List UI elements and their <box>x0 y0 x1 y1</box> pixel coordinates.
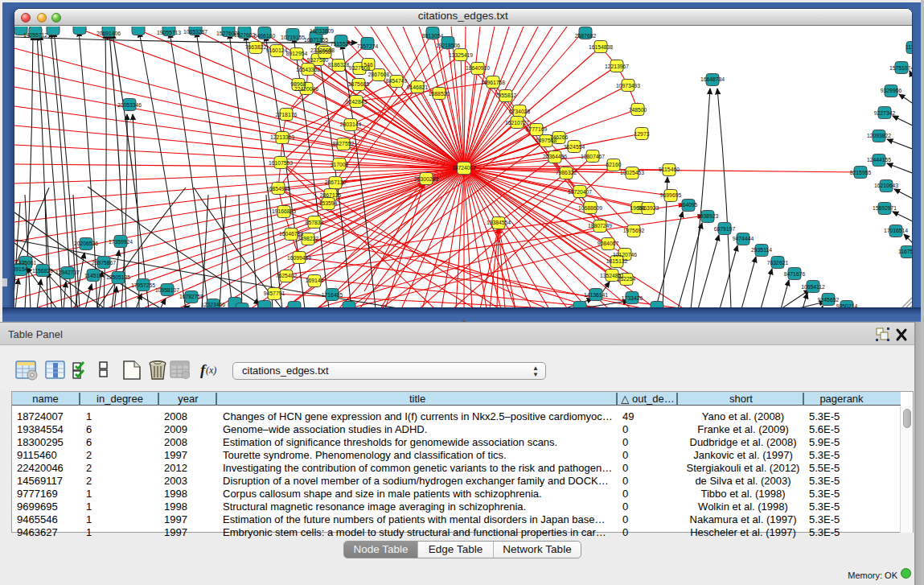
svg-text:12973: 12973 <box>634 131 650 137</box>
svg-text:9329966: 9329966 <box>881 88 902 93</box>
svg-text:1733426: 1733426 <box>622 295 643 301</box>
svg-text:7632621: 7632621 <box>767 260 789 266</box>
svg-text:6879197: 6879197 <box>714 226 736 232</box>
svg-text:2867130: 2867130 <box>325 179 347 185</box>
svg-text:857833: 857833 <box>306 220 324 225</box>
svg-text:7986322: 7986322 <box>556 170 577 175</box>
svg-text:10025453: 10025453 <box>620 170 644 175</box>
svg-text:19218506: 19218506 <box>436 43 460 48</box>
svg-text:7357274: 7357274 <box>357 43 379 49</box>
svg-text:16648784: 16648784 <box>700 76 725 82</box>
svg-text:10120746: 10120746 <box>613 252 637 257</box>
svg-text:10719155: 10719155 <box>281 35 305 40</box>
svg-text:12213967: 12213967 <box>605 64 629 69</box>
svg-text:17016514: 17016514 <box>884 228 908 233</box>
svg-text:9115460: 9115460 <box>659 167 680 172</box>
svg-text:1815132: 1815132 <box>606 258 628 264</box>
svg-text:14055712: 14055712 <box>23 32 47 38</box>
svg-text:317006: 317006 <box>331 162 349 167</box>
svg-text:10973493: 10973493 <box>616 83 640 89</box>
svg-text:7625402: 7625402 <box>276 273 298 278</box>
svg-text:16961758: 16961758 <box>481 80 505 85</box>
svg-text:546: 546 <box>363 62 373 68</box>
svg-text:2867135: 2867135 <box>320 192 342 198</box>
svg-text:2803144: 2803144 <box>340 122 362 127</box>
svg-text:25300293: 25300293 <box>414 176 438 182</box>
svg-text:1156829: 1156829 <box>32 268 53 274</box>
svg-text:39154: 39154 <box>14 266 28 272</box>
svg-text:17957255: 17957255 <box>131 282 155 288</box>
svg-text:12213363: 12213363 <box>270 134 294 140</box>
svg-text:15692971: 15692971 <box>873 205 897 211</box>
svg-text:13325419: 13325419 <box>449 52 473 58</box>
svg-text:12444155: 12444155 <box>867 157 891 163</box>
svg-text:8186328: 8186328 <box>328 62 350 68</box>
svg-text:19166825: 19166825 <box>272 208 296 214</box>
svg-text:16210643: 16210643 <box>874 183 898 188</box>
svg-text:1335061: 1335061 <box>15 260 37 266</box>
svg-text:9457791: 9457791 <box>264 290 285 296</box>
svg-text:16782759: 16782759 <box>179 294 203 299</box>
svg-text:1716485: 1716485 <box>322 292 343 298</box>
svg-text:12323466: 12323466 <box>201 302 225 307</box>
svg-text:116753: 116753 <box>898 249 912 254</box>
svg-text:2687682: 2687682 <box>575 33 597 39</box>
svg-text:19384554: 19384554 <box>487 220 511 225</box>
svg-text:12942737: 12942737 <box>55 270 80 275</box>
svg-text:16210727: 16210727 <box>505 120 529 126</box>
svg-text:10653287: 10653287 <box>183 29 207 35</box>
svg-text:16033809: 16033809 <box>310 28 334 34</box>
svg-text:15720407: 15720407 <box>568 189 592 195</box>
svg-text:62160: 62160 <box>606 162 622 167</box>
svg-text:98968: 98968 <box>291 81 306 87</box>
svg-text:8454749: 8454749 <box>386 78 408 84</box>
svg-text:9463923: 9463923 <box>638 205 659 211</box>
svg-text:9160124: 9160124 <box>266 47 288 53</box>
svg-text:9242845: 9242845 <box>346 99 368 105</box>
svg-text:3498222: 3498222 <box>298 236 319 241</box>
svg-text:20691406: 20691406 <box>97 31 121 36</box>
svg-text:9777169: 9777169 <box>526 126 548 132</box>
svg-text:1588520: 1588520 <box>429 91 450 97</box>
svg-text:12505135: 12505135 <box>106 274 130 280</box>
svg-text:20206536: 20206536 <box>74 241 98 246</box>
svg-text:169144: 169144 <box>306 278 324 283</box>
svg-text:22420046: 22420046 <box>294 86 318 92</box>
svg-text:10958107: 10958107 <box>155 287 179 293</box>
svg-text:7663822: 7663822 <box>245 44 267 50</box>
svg-text:8215955: 8215955 <box>850 170 872 175</box>
svg-text:16099489: 16099489 <box>287 255 311 261</box>
svg-text:20364436: 20364436 <box>543 154 567 159</box>
svg-text:9146821: 9146821 <box>407 84 429 90</box>
svg-text:11123: 11123 <box>906 44 911 50</box>
svg-text:18724007: 18724007 <box>452 165 476 171</box>
svg-text:2718176: 2718176 <box>276 112 298 117</box>
svg-text:7515524: 7515524 <box>331 41 352 47</box>
svg-text:10807467: 10807467 <box>581 154 605 159</box>
svg-text:9245652: 9245652 <box>818 297 840 303</box>
svg-text:18807249: 18807249 <box>588 223 612 229</box>
svg-text:748500: 748500 <box>629 107 647 113</box>
svg-text:8813054: 8813054 <box>422 33 444 39</box>
svg-text:9699695: 9699695 <box>660 192 682 198</box>
svg-text:9327500: 9327500 <box>307 57 329 63</box>
svg-text:3624554: 3624554 <box>564 144 585 150</box>
svg-text:10654112: 10654112 <box>801 284 825 290</box>
svg-text:9474444: 9474444 <box>733 236 754 241</box>
svg-text:7955812: 7955812 <box>495 93 517 98</box>
svg-text:6058: 6058 <box>318 49 331 55</box>
svg-text:6734028: 6734028 <box>509 109 531 114</box>
svg-text:16543362: 16543362 <box>296 67 320 72</box>
svg-text:16671355: 16671355 <box>304 37 328 43</box>
svg-text:20053346: 20053346 <box>117 102 142 108</box>
svg-text:18640910: 18640910 <box>466 65 490 71</box>
svg-text:2935114: 2935114 <box>751 247 772 253</box>
svg-text:16107553: 16107553 <box>269 160 293 166</box>
svg-text:12093822: 12093822 <box>867 133 891 138</box>
svg-text:252254: 252254 <box>618 276 636 282</box>
svg-text:153594: 153594 <box>319 200 338 206</box>
svg-text:19055713: 19055713 <box>157 30 181 35</box>
svg-text:16154838: 16154838 <box>589 44 613 50</box>
svg-text:10688609: 10688609 <box>578 205 602 211</box>
svg-text:746266: 746266 <box>550 134 569 140</box>
